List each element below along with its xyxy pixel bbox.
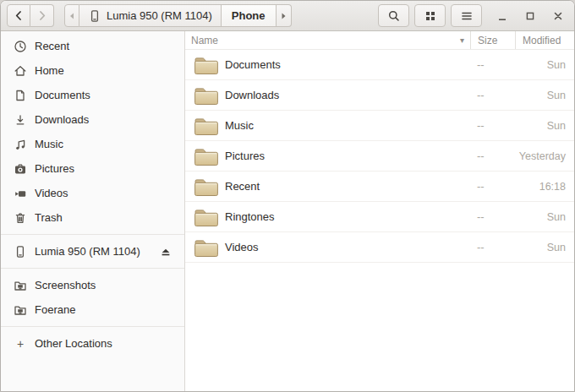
- search-icon: [387, 9, 401, 23]
- file-row-ringtones[interactable]: Ringtones -- Sun: [185, 202, 574, 232]
- sidebar-item-label: Other Locations: [35, 337, 174, 350]
- file-row-pictures[interactable]: Pictures -- Yesterday: [185, 141, 574, 172]
- path-segment-current[interactable]: Phone: [222, 4, 277, 27]
- close-icon: [552, 10, 564, 22]
- column-header-modified[interactable]: Modified: [515, 31, 574, 49]
- path-segment-device[interactable]: Lumia 950 (RM 1104): [79, 4, 222, 27]
- folder-icon: [194, 55, 219, 75]
- sidebar-separator: [1, 234, 184, 235]
- path-scroll-right-button[interactable]: [277, 4, 292, 27]
- maximize-icon: [524, 10, 536, 22]
- phone-icon: [88, 9, 101, 23]
- file-modified: Yesterday: [515, 150, 574, 162]
- file-size: --: [470, 241, 515, 253]
- sidebar-separator: [1, 326, 184, 327]
- document-icon: [14, 89, 27, 102]
- window-body: Recent Home Documents: [1, 31, 574, 391]
- maximize-button[interactable]: [520, 6, 540, 26]
- file-size: --: [470, 210, 515, 223]
- sidebar-item-label: Videos: [35, 187, 174, 199]
- home-icon: [14, 64, 27, 78]
- camera-icon: [14, 162, 27, 176]
- file-name: Downloads: [225, 89, 279, 101]
- headerbar: Lumia 950 (RM 1104) Phone: [1, 1, 574, 31]
- path-scroll-left-button[interactable]: [64, 4, 79, 27]
- folder-icon: [194, 116, 219, 136]
- grid-view-icon: [424, 10, 436, 22]
- file-name: Videos: [225, 241, 259, 253]
- file-name: Ringtones: [225, 210, 275, 223]
- folder-icon: [194, 207, 219, 227]
- file-name: Music: [225, 119, 254, 132]
- minimize-button[interactable]: [492, 6, 512, 26]
- column-header-name[interactable]: Name ▾: [185, 31, 470, 49]
- arrow-right-icon: [278, 11, 288, 21]
- places-sidebar: Recent Home Documents: [1, 31, 185, 391]
- sidebar-device-label: Lumia 950 (RM 1104): [35, 245, 150, 258]
- file-size: --: [470, 58, 515, 71]
- file-modified: Sun: [515, 120, 574, 132]
- column-header-size[interactable]: Size: [470, 31, 515, 49]
- sidebar-item-trash[interactable]: Trash: [1, 205, 184, 230]
- file-modified: Sun: [515, 90, 574, 101]
- folder-icon: [194, 237, 219, 258]
- sidebar-item-screenshots[interactable]: Screenshots: [1, 273, 184, 297]
- file-list-pane: Name ▾ Size Modified Documents -- Sun: [185, 31, 574, 391]
- file-name: Pictures: [225, 150, 265, 162]
- file-row-recent[interactable]: Recent -- 16:18: [185, 172, 574, 202]
- clock-icon: [14, 40, 27, 53]
- file-row-videos[interactable]: Videos -- Sun: [185, 232, 574, 263]
- sidebar-item-label: Home: [35, 64, 174, 77]
- video-camera-icon: [14, 187, 27, 200]
- history-nav: [7, 4, 54, 27]
- sidebar-item-home[interactable]: Home: [1, 58, 184, 83]
- path-bar: Lumia 950 (RM 1104) Phone: [64, 4, 292, 27]
- close-button[interactable]: [548, 6, 568, 26]
- file-row-music[interactable]: Music -- Sun: [185, 111, 574, 141]
- column-size-label: Size: [478, 35, 497, 46]
- file-row-downloads[interactable]: Downloads -- Sun: [185, 80, 574, 111]
- window-controls: [492, 6, 568, 26]
- chevron-right-icon: [36, 9, 48, 22]
- file-size: --: [470, 119, 515, 132]
- menu-button[interactable]: [451, 4, 482, 27]
- file-modified: Sun: [515, 59, 574, 71]
- sidebar-separator: [1, 268, 184, 269]
- trash-icon: [14, 211, 27, 225]
- sort-descending-icon: ▾: [460, 35, 470, 45]
- column-headers: Name ▾ Size Modified: [185, 31, 574, 50]
- folder-icon: [194, 146, 219, 166]
- path-current-label: Phone: [232, 9, 266, 22]
- sidebar-item-recent[interactable]: Recent: [1, 34, 184, 58]
- folder-icon: [194, 177, 219, 197]
- plus-icon: +: [14, 337, 27, 351]
- search-button[interactable]: [378, 4, 409, 27]
- sidebar-item-documents[interactable]: Documents: [1, 83, 184, 107]
- sidebar-item-label: Downloads: [35, 113, 174, 126]
- forward-button[interactable]: [30, 4, 54, 27]
- chevron-left-icon: [13, 9, 25, 22]
- sidebar-bookmark-label: Foerane: [35, 303, 174, 316]
- sidebar-bookmark-label: Screenshots: [35, 279, 174, 291]
- sidebar-item-videos[interactable]: Videos: [1, 181, 184, 205]
- sidebar-item-foerane[interactable]: Foerane: [1, 297, 184, 322]
- sidebar-item-pictures[interactable]: Pictures: [1, 156, 184, 181]
- sidebar-item-music[interactable]: Music: [1, 132, 184, 156]
- grid-view-button[interactable]: [414, 4, 446, 27]
- back-button[interactable]: [7, 4, 30, 27]
- sidebar-item-label: Music: [35, 138, 174, 150]
- sidebar-item-label: Recent: [35, 40, 174, 52]
- file-row-documents[interactable]: Documents -- Sun: [185, 50, 574, 80]
- minimize-icon: [496, 10, 508, 22]
- eject-button[interactable]: [157, 243, 174, 260]
- sidebar-item-downloads[interactable]: Downloads: [1, 107, 184, 132]
- sidebar-item-other-locations[interactable]: + Other Locations: [1, 331, 184, 356]
- sidebar-item-label: Documents: [35, 89, 174, 101]
- file-size: --: [470, 180, 515, 193]
- eject-icon: [160, 246, 172, 258]
- file-manager-window: Lumia 950 (RM 1104) Phone: [0, 0, 575, 392]
- sidebar-item-label: Pictures: [35, 162, 174, 175]
- sidebar-item-device-lumia[interactable]: Lumia 950 (RM 1104): [1, 239, 184, 264]
- file-name: Recent: [225, 180, 260, 193]
- file-size: --: [470, 150, 515, 162]
